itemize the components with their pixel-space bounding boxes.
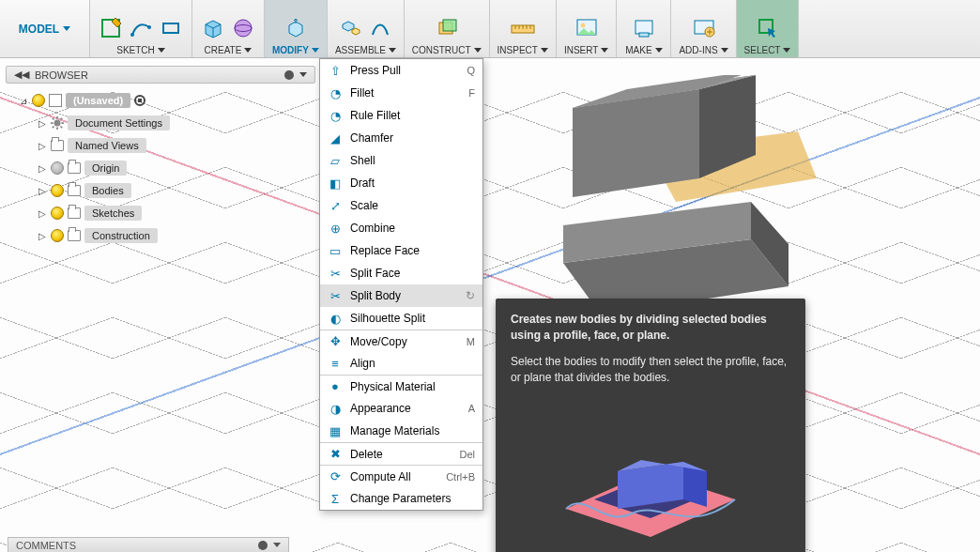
toolbar-group-modify[interactable]: MODIFY bbox=[265, 0, 328, 57]
expand-icon[interactable]: ▷ bbox=[38, 141, 47, 151]
menu-item-label: Rule Fillet bbox=[350, 109, 475, 122]
plane-icon bbox=[434, 15, 460, 41]
toolbar-group-make[interactable]: MAKE bbox=[617, 0, 671, 57]
menu-item-fillet[interactable]: ◔FilletF bbox=[320, 82, 482, 104]
svg-point-12 bbox=[130, 33, 134, 37]
menu-item-move-copy[interactable]: ✥Move/CopyM bbox=[320, 330, 482, 352]
toolbar-group-addins[interactable]: ADD-INS bbox=[671, 0, 736, 57]
toolbar-group-sketch[interactable]: SKETCH bbox=[90, 0, 192, 57]
folder-icon bbox=[68, 207, 81, 219]
chevron-down-icon[interactable] bbox=[299, 72, 307, 77]
tree-item-named-views[interactable]: ▷ Named Views bbox=[6, 134, 315, 157]
expand-icon[interactable]: ▷ bbox=[38, 208, 47, 219]
tree-root[interactable]: ⊿ (Unsaved) bbox=[6, 89, 315, 112]
folder-icon bbox=[51, 140, 64, 151]
browser-header[interactable]: ◀◀ BROWSER bbox=[6, 66, 315, 84]
select-icon bbox=[755, 15, 781, 41]
tree-item-bodies[interactable]: ▷ Bodies bbox=[6, 179, 315, 202]
collapse-left-icon[interactable]: ◀◀ bbox=[14, 69, 29, 81]
lightbulb-icon[interactable] bbox=[51, 229, 64, 242]
lightbulb-icon[interactable] bbox=[51, 207, 64, 220]
browser-dot-icon[interactable] bbox=[284, 70, 294, 80]
menu-item-icon: ◔ bbox=[328, 108, 343, 123]
toolbar-group-select[interactable]: SELECT bbox=[737, 0, 800, 57]
tree-item-origin[interactable]: ▷ Origin bbox=[6, 157, 315, 179]
menu-item-physical-material[interactable]: ●Physical Material bbox=[320, 375, 482, 397]
tooltip-line2: Select the bodies to modify then select … bbox=[511, 354, 790, 387]
menu-item-label: Change Parameters bbox=[350, 492, 475, 505]
chevron-down-icon[interactable] bbox=[273, 543, 281, 547]
workspace-switcher[interactable]: MODEL bbox=[0, 0, 90, 57]
svg-point-21 bbox=[580, 23, 585, 28]
svg-rect-18 bbox=[443, 20, 456, 31]
svg-rect-23 bbox=[639, 33, 649, 37]
menu-item-icon: ✖ bbox=[328, 447, 343, 462]
menu-item-shortcut: A bbox=[468, 403, 475, 414]
menu-item-change-parameters[interactable]: ΣChange Parameters bbox=[320, 487, 482, 510]
lightbulb-icon[interactable] bbox=[32, 94, 45, 107]
expand-icon[interactable]: ▷ bbox=[38, 163, 47, 174]
chevron-down-icon bbox=[655, 48, 663, 53]
tree-item-sketches[interactable]: ▷ Sketches bbox=[6, 202, 315, 224]
document-icon bbox=[49, 94, 62, 107]
chevron-down-icon bbox=[244, 48, 252, 53]
print3d-icon bbox=[631, 15, 657, 41]
menu-item-manage-materials[interactable]: ▦Manage Materials bbox=[320, 420, 482, 442]
expand-icon[interactable]: ⊿ bbox=[19, 96, 28, 106]
lightbulb-icon[interactable] bbox=[51, 184, 64, 197]
tree-item-construction[interactable]: ▷ Construction bbox=[6, 224, 315, 247]
menu-item-silhouette-split[interactable]: ◐Silhouette Split bbox=[320, 307, 482, 330]
menu-item-icon: ◔ bbox=[328, 85, 343, 100]
menu-item-label: Combine bbox=[350, 222, 475, 235]
tree-item-document-settings[interactable]: ▷ Document Settings bbox=[6, 112, 315, 134]
menu-item-icon: Σ bbox=[328, 491, 343, 506]
menu-item-combine[interactable]: ⊕Combine bbox=[320, 217, 482, 239]
menu-item-appearance[interactable]: ◑AppearanceA bbox=[320, 397, 482, 420]
menu-item-icon: ◑ bbox=[328, 401, 343, 416]
menu-item-label: Delete bbox=[350, 448, 452, 461]
menu-item-split-body[interactable]: ✂Split Body↻ bbox=[320, 284, 482, 307]
expand-icon[interactable]: ▷ bbox=[38, 118, 47, 129]
menu-item-delete[interactable]: ✖DeleteDel bbox=[320, 442, 482, 465]
folder-icon bbox=[68, 185, 81, 196]
box-icon bbox=[200, 15, 226, 41]
menu-item-scale[interactable]: ⤢Scale bbox=[320, 194, 482, 217]
menu-item-replace-face[interactable]: ▭Replace Face bbox=[320, 239, 482, 262]
addins-icon bbox=[691, 15, 717, 41]
command-tooltip: Creates new bodies by dividing selected … bbox=[496, 299, 805, 552]
menu-item-rule-fillet[interactable]: ◔Rule Fillet bbox=[320, 104, 482, 127]
expand-icon[interactable]: ▷ bbox=[38, 231, 47, 241]
menu-item-icon: ◢ bbox=[328, 130, 343, 146]
menu-item-shortcut: Del bbox=[459, 449, 475, 460]
menu-item-draft[interactable]: ◧Draft bbox=[320, 172, 482, 194]
comments-label: COMMENTS bbox=[16, 540, 76, 551]
modify-menu: ⇧Press PullQ◔FilletF◔Rule Fillet◢Chamfer… bbox=[319, 58, 483, 511]
expand-icon[interactable]: ▷ bbox=[38, 186, 47, 196]
menu-item-shortcut: M bbox=[467, 336, 475, 347]
menu-item-icon: ⟳ bbox=[328, 469, 343, 484]
tree-root-label: (Unsaved) bbox=[66, 93, 130, 108]
menu-item-label: Draft bbox=[350, 176, 475, 190]
menu-item-split-face[interactable]: ✂Split Face bbox=[320, 262, 482, 284]
chevron-down-icon bbox=[312, 48, 319, 53]
menu-item-label: Move/Copy bbox=[350, 335, 459, 348]
toolbar-group-assemble[interactable]: ASSEMBLE bbox=[328, 0, 405, 57]
toolbar-group-insert[interactable]: INSERT bbox=[557, 0, 618, 57]
svg-point-27 bbox=[54, 120, 61, 127]
menu-item-compute-all[interactable]: ⟳Compute AllCtrl+B bbox=[320, 465, 482, 487]
menu-item-press-pull[interactable]: ⇧Press PullQ bbox=[320, 59, 482, 82]
toolbar-group-inspect[interactable]: INSPECT bbox=[490, 0, 557, 57]
browser-title: BROWSER bbox=[35, 69, 88, 81]
active-component-icon[interactable] bbox=[134, 95, 145, 106]
menu-item-align[interactable]: ≡Align bbox=[320, 352, 482, 375]
chevron-down-icon bbox=[601, 48, 608, 53]
menu-item-chamfer[interactable]: ◢Chamfer bbox=[320, 127, 482, 149]
svg-point-13 bbox=[147, 25, 151, 29]
toolbar-group-construct[interactable]: CONSTRUCT bbox=[405, 0, 490, 57]
menu-item-label: Shell bbox=[350, 154, 475, 167]
svg-marker-4 bbox=[573, 89, 699, 197]
lightbulb-off-icon[interactable] bbox=[51, 161, 64, 175]
comments-bar[interactable]: COMMENTS bbox=[8, 537, 289, 552]
menu-item-shell[interactable]: ▱Shell bbox=[320, 149, 482, 172]
toolbar-group-create[interactable]: CREATE bbox=[192, 0, 265, 57]
